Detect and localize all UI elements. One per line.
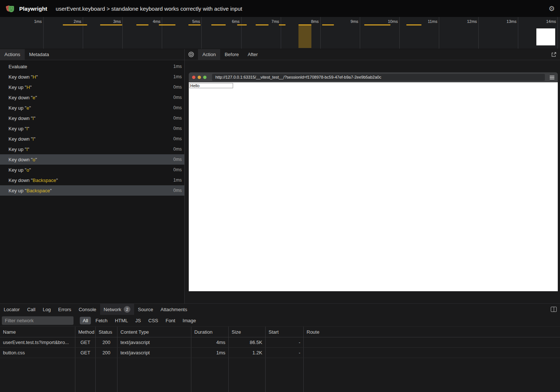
network-request-row[interactable]: userEvent.test.ts?import&bro...GET200tex… — [0, 337, 560, 348]
action-quote: " — [23, 85, 26, 90]
network-table-header: NameMethodStatusContent TypeDurationSize… — [0, 327, 560, 337]
timeline-action-bar[interactable] — [159, 24, 175, 25]
timeline-tick-label: 13ms — [493, 19, 516, 24]
action-key-value: Backspace — [27, 188, 50, 193]
tab-actions[interactable]: Actions — [0, 49, 25, 60]
action-quote: " — [23, 147, 26, 152]
timeline-gridline — [518, 17, 518, 49]
timeline-action-bar[interactable] — [211, 24, 226, 25]
tab-metadata[interactable]: Metadata — [25, 49, 54, 60]
tab-network[interactable]: Network2 — [100, 304, 134, 315]
timeline-action-bar[interactable] — [279, 24, 286, 25]
timeline-action-bar[interactable] — [188, 24, 201, 25]
app-title: Playwright — [19, 6, 47, 12]
tab-after[interactable]: After — [243, 49, 262, 60]
timeline-gridline — [162, 17, 162, 49]
chip-font[interactable]: Font — [163, 317, 178, 324]
chip-all[interactable]: All — [80, 317, 91, 324]
tab-source[interactable]: Source — [134, 304, 157, 315]
column-header-size: Size — [229, 327, 266, 337]
column-header-duration: Duration — [191, 327, 229, 337]
action-key-value: e — [33, 95, 35, 100]
column-header-name: Name — [0, 327, 75, 337]
action-quote: " — [30, 74, 33, 80]
action-list-item[interactable]: Key down "Backspace"1ms — [0, 175, 184, 185]
action-list-item[interactable]: Key down "H"1ms — [0, 72, 184, 82]
chip-css[interactable]: CSS — [146, 317, 161, 324]
action-list-item[interactable]: Key down "o"0ms — [0, 154, 184, 165]
chip-fetch[interactable]: Fetch — [92, 317, 110, 324]
action-list-item[interactable]: Key up "H"0ms — [0, 82, 184, 92]
filter-network-input[interactable] — [2, 316, 74, 325]
action-label: Key up — [8, 188, 23, 193]
action-list-item[interactable]: Key down "e"0ms — [0, 92, 184, 103]
action-list-item[interactable]: Evaluate1ms — [0, 61, 184, 72]
action-quote: " — [30, 95, 33, 100]
action-list-item[interactable]: Key up "Backspace"0ms — [0, 185, 184, 196]
action-quote: " — [23, 105, 26, 111]
empty-cell — [96, 358, 117, 392]
cell-name: userEvent.test.ts?import&bro... — [0, 337, 75, 347]
pick-locator-target-icon[interactable] — [188, 51, 194, 58]
empty-cell — [304, 358, 560, 392]
timeline-gridline — [122, 17, 123, 49]
timeline-action-bar[interactable] — [136, 24, 148, 25]
timeline-tick-label: 6ms — [216, 19, 240, 24]
chip-image[interactable]: Image — [180, 317, 199, 324]
chip-html[interactable]: HTML — [112, 317, 131, 324]
tab-console[interactable]: Console — [75, 304, 100, 315]
action-label: Key down — [8, 157, 30, 162]
timeline-tick-label: 11ms — [414, 19, 437, 24]
timeline-action-bar[interactable] — [100, 24, 122, 25]
network-request-row[interactable]: button.cssGET200text/javascript1ms1.2K- — [0, 348, 560, 358]
network-filter-row: AllFetchHTMLJSCSSFontImage — [0, 315, 560, 327]
hamburger-menu-icon — [550, 76, 554, 79]
tab-attachments[interactable]: Attachments — [157, 304, 191, 315]
tab-log[interactable]: Log — [39, 304, 55, 315]
cell-duration: 4ms — [191, 337, 229, 347]
timeline-action-bar[interactable] — [322, 24, 334, 25]
action-duration: 1ms — [173, 74, 182, 79]
action-duration: 0ms — [173, 157, 182, 162]
details-tab-strip: LocatorCallLogErrorsConsoleNetwork2Sourc… — [0, 304, 560, 315]
cell-status: 200 — [96, 337, 117, 347]
tab-call[interactable]: Call — [23, 304, 39, 315]
timeline-action-bar[interactable] — [256, 24, 269, 25]
action-label: Key up — [8, 105, 23, 111]
timeline-film-strip-thumbnail[interactable] — [536, 28, 555, 45]
action-list-item[interactable]: Key down "l"0ms — [0, 134, 184, 144]
action-duration: 0ms — [173, 136, 182, 141]
tab-errors[interactable]: Errors — [54, 304, 75, 315]
timeline-ruler[interactable]: 1ms2ms3ms4ms5ms6ms7ms8ms9ms10ms11ms12ms1… — [0, 17, 560, 49]
action-quote: " — [36, 74, 38, 80]
action-quote: " — [34, 116, 35, 121]
empty-cell — [75, 358, 96, 392]
action-list-item[interactable]: Key down "l"0ms — [0, 113, 184, 123]
timeline-action-bar[interactable] — [364, 24, 390, 25]
tab-before[interactable]: Before — [220, 49, 243, 60]
popout-external-link-icon[interactable] — [551, 52, 557, 57]
cell-method: GET — [75, 337, 96, 347]
tab-locator[interactable]: Locator — [0, 304, 23, 315]
action-key-value: H — [27, 85, 30, 90]
settings-gear-icon[interactable]: ⚙ — [549, 5, 555, 12]
action-list-item[interactable]: Key up "l"0ms — [0, 144, 184, 154]
action-list-item[interactable]: Key up "e"0ms — [0, 103, 184, 113]
chip-js[interactable]: JS — [132, 317, 144, 324]
tab-action[interactable]: Action — [198, 49, 220, 60]
timeline-selected-range[interactable] — [298, 25, 311, 48]
test-title-breadcrumb: userEvent.keyboard > standalone keyboard… — [56, 6, 242, 12]
action-key-value: e — [27, 105, 29, 111]
timeline-action-bar[interactable] — [406, 24, 421, 25]
timeline-action-bar[interactable] — [63, 24, 87, 25]
action-list-item[interactable]: Key up "o"0ms — [0, 165, 184, 175]
action-quote: " — [23, 167, 26, 173]
timeline-tick-label: 8ms — [295, 19, 319, 24]
timeline-action-bar[interactable] — [237, 24, 247, 25]
page-text-input[interactable] — [189, 83, 233, 88]
column-header-status: Status — [96, 327, 117, 337]
action-list-item[interactable]: Key up "l"0ms — [0, 123, 184, 134]
cell-start: - — [266, 348, 304, 358]
split-columns-icon[interactable] — [551, 307, 557, 312]
details-panel: LocatorCallLogErrorsConsoleNetwork2Sourc… — [0, 303, 560, 392]
